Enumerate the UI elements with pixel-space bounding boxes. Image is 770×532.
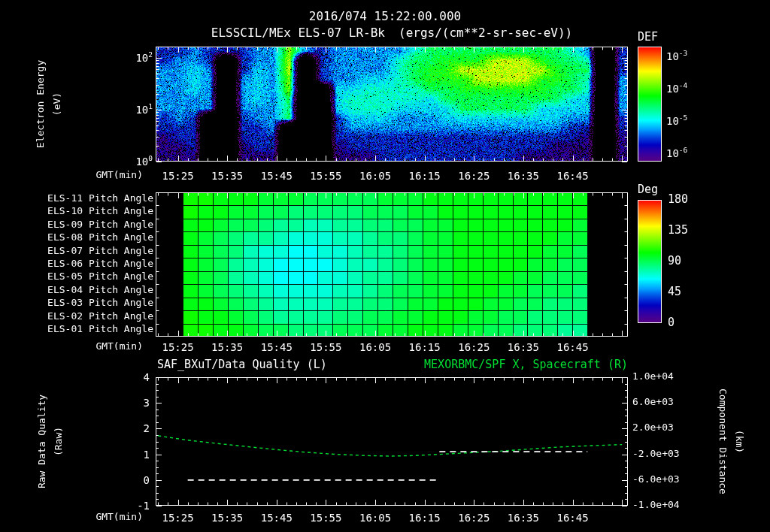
pitch-row-label: ELS-10 Pitch Angle <box>47 206 153 217</box>
gmt-label-panel3: GMT(min) <box>95 512 143 523</box>
time-tick-label-panel3: 16:45 <box>556 512 588 524</box>
electron-energy-units-label: (eV) <box>52 29 63 179</box>
pitch-row-label: ELS-08 Pitch Angle <box>47 232 153 243</box>
pitch-row-label: ELS-02 Pitch Angle <box>47 311 153 322</box>
raw-data-quality-label: Raw Data Quality <box>37 366 48 516</box>
plot-title-row: ELSSCIL/MEx ELS-07 LR-Bk (ergs/(cm**2-sr… <box>211 26 572 40</box>
time-tick-label-panel3: 16:25 <box>458 512 490 524</box>
time-tick-label-panel1: 16:25 <box>458 170 490 182</box>
bottom-title-right: MEXORBMC/SPF X, Spacecraft (R) <box>424 358 628 371</box>
quality-tick-label: 2 <box>144 422 150 434</box>
time-tick-label-panel1: 15:55 <box>310 170 341 182</box>
time-tick-label-panel3: 16:35 <box>508 512 539 524</box>
units-title: (ergs/(cm**2-sr-sec-eV)) <box>399 26 572 40</box>
energy-tick-label: 102 <box>135 51 153 64</box>
time-tick-label-panel1: 15:25 <box>162 170 193 182</box>
pitch-row-label: ELS-06 Pitch Angle <box>47 258 153 270</box>
distance-tick-label: -2.0e+03 <box>632 449 680 460</box>
quality-tick-label: 0 <box>144 474 150 486</box>
def-colorbar-title: DEF <box>638 31 658 44</box>
time-tick-label-panel1: 16:15 <box>409 170 441 182</box>
time-tick-label-panel2: 15:45 <box>261 341 293 353</box>
quality-tick-label: -1 <box>137 500 150 512</box>
time-tick-label-panel2: 16:25 <box>458 341 490 353</box>
sddas-plot-window: 2016/074 15:22:00.000 ELSSCIL/MEx ELS-07… <box>0 0 770 532</box>
time-tick-label-panel2: 16:15 <box>409 341 441 353</box>
distance-tick-label: -1.0e+04 <box>632 500 680 511</box>
time-tick-label-panel3: 15:55 <box>310 512 341 524</box>
deg-tick-label: 45 <box>668 286 681 298</box>
electron-energy-label: Electron Energy <box>35 29 47 179</box>
quality-tick-label: 1 <box>144 449 150 461</box>
pitch-row-label: ELS-09 Pitch Angle <box>47 219 153 231</box>
deg-tick-label: 0 <box>668 316 675 329</box>
quality-tick-label: 4 <box>144 371 150 383</box>
time-tick-label-panel2: 16:45 <box>556 341 588 353</box>
time-tick-label-panel3: 16:05 <box>359 512 391 524</box>
def-tick-label: 10-4 <box>666 82 687 95</box>
pitch-row-label: ELS-05 Pitch Angle <box>47 271 153 283</box>
time-tick-label-panel3: 15:45 <box>261 512 293 524</box>
time-tick-label-panel3: 15:25 <box>162 512 193 524</box>
km-units-label: (km) <box>734 366 745 516</box>
pitch-row-label: ELS-04 Pitch Angle <box>47 285 153 296</box>
datetime-title: 2016/074 15:22:00.000 <box>309 10 461 23</box>
gmt-label-panel1: GMT(min) <box>95 170 143 181</box>
time-tick-label-panel2: 16:05 <box>359 341 391 353</box>
def-tick-label: 10-3 <box>666 50 687 62</box>
energy-tick-label: 100 <box>135 155 153 168</box>
distance-tick-label: 6.0e+03 <box>632 397 674 408</box>
time-tick-label-panel3: 16:15 <box>409 512 441 524</box>
time-tick-label-panel2: 16:35 <box>508 341 539 353</box>
deg-tick-label: 90 <box>668 255 681 268</box>
distance-tick-label: 2.0e+03 <box>632 422 674 434</box>
def-tick-label: 10-5 <box>666 114 687 127</box>
deg-tick-label: 180 <box>668 193 688 206</box>
distance-tick-label: -6.0e+03 <box>632 474 680 485</box>
time-tick-label-panel2: 15:25 <box>162 341 193 353</box>
raw-units-label: (Raw) <box>53 366 65 516</box>
energy-tick-label: 101 <box>135 103 153 116</box>
time-tick-label-panel1: 16:05 <box>359 170 391 182</box>
pitch-row-label: ELS-07 Pitch Angle <box>47 246 153 257</box>
instrument-title: ELSSCIL/MEx ELS-07 LR-Bk <box>211 26 385 40</box>
quality-tick-label: 3 <box>144 397 150 409</box>
time-tick-label-panel2: 15:35 <box>211 341 243 353</box>
bottom-title-left: SAF_BXuT/Data Quality (L) <box>157 358 327 371</box>
time-tick-label-panel1: 15:35 <box>211 170 243 182</box>
gmt-label-panel2: GMT(min) <box>95 341 143 352</box>
time-tick-label-panel1: 15:45 <box>261 170 293 182</box>
def-tick-label: 10-6 <box>666 147 687 159</box>
distance-tick-label: 1.0e+04 <box>632 371 674 382</box>
time-tick-label-panel1: 16:45 <box>556 170 588 182</box>
pitch-row-label: ELS-01 Pitch Angle <box>47 324 153 335</box>
component-distance-label: Component Distance <box>717 366 729 516</box>
pitch-row-label: ELS-11 Pitch Angle <box>47 193 153 204</box>
time-tick-label-panel3: 15:35 <box>211 512 243 524</box>
pitch-row-label: ELS-03 Pitch Angle <box>47 298 153 309</box>
time-tick-label-panel1: 16:35 <box>508 170 539 182</box>
deg-tick-label: 135 <box>668 224 688 237</box>
time-tick-label-panel2: 15:55 <box>310 341 341 353</box>
deg-colorbar-title: Deg <box>638 183 658 196</box>
